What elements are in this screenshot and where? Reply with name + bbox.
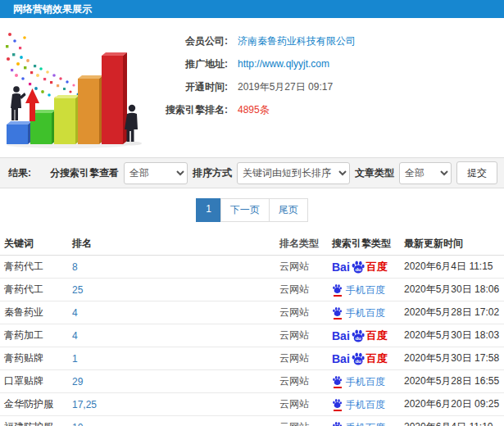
rank-count-value: 4895条 xyxy=(238,103,270,117)
svg-text:du: du xyxy=(355,358,361,364)
keyword-cell: 膏药代工 xyxy=(4,260,72,274)
header-rank: 排名 xyxy=(72,237,279,251)
baidu-mobile-label: 手机百度 xyxy=(346,308,385,318)
updated-time-cell: 2020年5月30日 17:58 xyxy=(404,351,504,365)
table-row: 福建防护服 10 云网站 手机百度 2020年6月4日 11:10 xyxy=(0,416,504,426)
rank-type-cell: 云网站 xyxy=(279,420,332,426)
rank-type-cell: 云网站 xyxy=(279,374,332,388)
baidu-pc-logo: Bai du 百度 xyxy=(332,260,388,274)
keyword-cell: 膏药贴牌 xyxy=(4,351,72,365)
search-engine-cell: 手机百度 xyxy=(332,421,404,426)
account-info-fields: 会员公司: 济南秦鲁药业科技有限公司 推广地址: http://www.qlyy… xyxy=(146,18,356,156)
baidu-paw-icon xyxy=(332,398,343,409)
rank-type-cell: 云网站 xyxy=(279,329,332,342)
keyword-cell: 秦鲁药业 xyxy=(4,306,72,320)
baidu-pc-logo: Bai du 百度 xyxy=(332,329,388,343)
updated-time-cell: 2020年5月30日 18:06 xyxy=(404,283,504,297)
keyword-cell: 膏药代工 xyxy=(4,283,72,297)
table-row: 口罩贴牌 29 云网站 手机百度 2020年5月28日 16:55 xyxy=(0,370,504,393)
engine-filter-select[interactable]: 全部 xyxy=(124,162,188,184)
svg-text:du: du xyxy=(355,266,361,272)
baidu-mobile-label: 手机百度 xyxy=(346,285,385,295)
rank-type-cell: 云网站 xyxy=(279,260,332,274)
table-row: 秦鲁药业 4 云网站 手机百度 2020年5月28日 17:02 xyxy=(0,301,504,324)
keyword-ranking-table: 关键词 排名 排名类型 搜索引擎类型 最新更新时间 膏药代工 8 云网站 Bai… xyxy=(0,232,504,426)
baidu-mobile-logo: 手机百度 xyxy=(332,375,385,388)
rank-link[interactable]: 10 xyxy=(72,422,279,426)
rank-type-cell: 云网站 xyxy=(279,306,332,320)
info-row-rank-count: 搜索引擎排名: 4895条 xyxy=(146,98,356,121)
results-filter-bar: 结果: 分搜索引擎查看 全部 排序方式 关键词由短到长排序 文章类型 全部 提交 xyxy=(0,157,504,188)
header-rank-type: 排名类型 xyxy=(279,237,332,251)
header-keyword: 关键词 xyxy=(4,237,72,251)
baidu-mobile-logo: 手机百度 xyxy=(332,421,385,426)
baidu-mobile-label: 手机百度 xyxy=(346,400,385,410)
table-row: 膏药贴牌 1 云网站 Bai du 百度 2020年5月30日 17:58 xyxy=(0,347,504,370)
rank-link[interactable]: 17,25 xyxy=(72,399,279,410)
search-engine-cell: 手机百度 xyxy=(332,306,404,320)
search-engine-cell: Bai du 百度 xyxy=(332,351,404,366)
open-time-value: 2019年5月27日 09:17 xyxy=(238,80,333,94)
table-header-row: 关键词 排名 排名类型 搜索引擎类型 最新更新时间 xyxy=(0,232,504,256)
pagination-next-button[interactable]: 下一页 xyxy=(220,198,270,222)
baidu-mobile-logo: 手机百度 xyxy=(332,283,385,297)
updated-time-cell: 2020年6月20日 09:25 xyxy=(404,397,504,411)
promo-url-link[interactable]: http://www.qlyyjt.com xyxy=(238,58,329,70)
table-row: 膏药代工 8 云网站 Bai du 百度 2020年6月4日 11:15 xyxy=(0,256,504,279)
pagination-last-button[interactable]: 尾页 xyxy=(269,198,308,222)
baidu-mobile-redbar xyxy=(334,410,342,411)
search-engine-cell: Bai du 百度 xyxy=(332,260,404,274)
bar-chart-illustration xyxy=(0,25,146,149)
submit-button[interactable]: 提交 xyxy=(456,161,497,184)
rank-link[interactable]: 29 xyxy=(72,376,279,387)
info-row-company: 会员公司: 济南秦鲁药业科技有限公司 xyxy=(146,29,356,52)
header-engine-type: 搜索引擎类型 xyxy=(332,237,404,251)
table-row: 金华防护服 17,25 云网站 手机百度 2020年6月20日 09:25 xyxy=(0,393,504,416)
results-label: 结果: xyxy=(8,166,31,180)
updated-time-cell: 2020年5月30日 18:03 xyxy=(404,329,504,342)
baidu-mobile-logo: 手机百度 xyxy=(332,398,385,411)
bar-orange xyxy=(78,75,103,144)
baidu-paw-icon: du xyxy=(351,351,366,366)
header-updated: 最新更新时间 xyxy=(404,237,504,251)
rank-type-cell: 云网站 xyxy=(279,351,332,365)
rank-count-label: 搜索引擎排名: xyxy=(146,103,228,117)
sort-filter-label: 排序方式 xyxy=(193,166,232,180)
bar-red xyxy=(102,52,127,144)
keyword-cell: 口罩贴牌 xyxy=(4,374,72,388)
rank-link[interactable]: 8 xyxy=(72,261,279,273)
filter-group: 分搜索引擎查看 全部 排序方式 关键词由短到长排序 文章类型 全部 提交 xyxy=(50,161,497,184)
updated-time-cell: 2020年5月28日 16:55 xyxy=(404,374,504,388)
rank-link[interactable]: 4 xyxy=(72,330,279,342)
baidu-mobile-redbar xyxy=(334,318,342,320)
baidu-mobile-redbar xyxy=(334,295,342,297)
pagination-current-page[interactable]: 1 xyxy=(196,198,221,222)
baidu-mobile-logo: 手机百度 xyxy=(332,306,385,320)
rank-link[interactable]: 1 xyxy=(72,353,279,365)
search-engine-cell: Bai du 百度 xyxy=(332,329,404,343)
bar-lime xyxy=(54,95,79,144)
baidu-paw-icon xyxy=(332,375,343,386)
keyword-cell: 金华防护服 xyxy=(4,397,72,411)
company-link[interactable]: 济南秦鲁药业科技有限公司 xyxy=(238,34,356,48)
businessman-left xyxy=(11,86,26,120)
rank-link[interactable]: 4 xyxy=(72,307,279,319)
article-type-select[interactable]: 全部 xyxy=(399,162,452,184)
article-type-label: 文章类型 xyxy=(355,166,394,180)
sort-filter-select[interactable]: 关键词由短到长排序 xyxy=(237,162,350,184)
baidu-pc-logo: Bai du 百度 xyxy=(332,351,388,366)
rank-type-cell: 云网站 xyxy=(279,397,332,411)
page-title: 网络营销效果展示 xyxy=(13,3,92,15)
account-info-section: 会员公司: 济南秦鲁药业科技有限公司 推广地址: http://www.qlyy… xyxy=(0,18,504,156)
search-engine-cell: 手机百度 xyxy=(332,375,404,388)
baidu-mobile-label: 手机百度 xyxy=(346,423,385,426)
rank-type-cell: 云网站 xyxy=(279,283,332,297)
search-engine-cell: 手机百度 xyxy=(332,283,404,297)
rank-link[interactable]: 25 xyxy=(72,284,279,296)
table-row: 膏药加工 4 云网站 Bai du 百度 2020年5月30日 18:03 xyxy=(0,324,504,347)
updated-time-cell: 2020年6月4日 11:10 xyxy=(404,420,504,426)
info-row-open-time: 开通时间: 2019年5月27日 09:17 xyxy=(146,75,356,98)
bar-blue xyxy=(7,121,32,144)
open-time-label: 开通时间: xyxy=(146,80,228,94)
keyword-cell: 福建防护服 xyxy=(4,420,72,426)
